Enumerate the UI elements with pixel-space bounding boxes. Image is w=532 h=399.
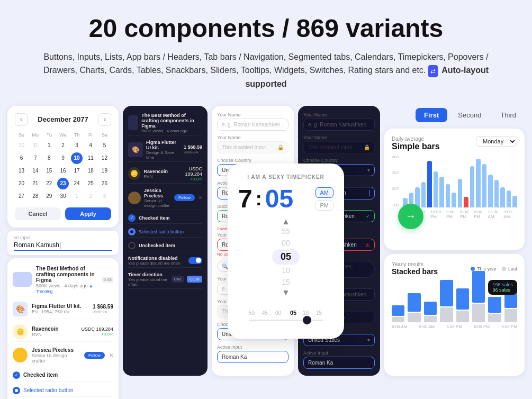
- cal-day[interactable]: 13: [16, 165, 28, 177]
- bar: [446, 184, 450, 207]
- form-input-name[interactable]: e. g. Roman Kamushken: [217, 119, 288, 131]
- list-item-avatar: 🪙: [13, 324, 28, 339]
- dark-close-icon[interactable]: ✕: [198, 195, 202, 201]
- cal-day[interactable]: 24: [71, 178, 83, 189]
- list-item-subtitle: 500K views · 4 days ago ▲ Trending: [36, 283, 97, 294]
- cal-day[interactable]: 27: [16, 191, 28, 202]
- chart-filter-select[interactable]: Monday: [476, 136, 517, 147]
- dark-list-item: Notifications disabled Yes please distur…: [128, 254, 202, 268]
- cal-day[interactable]: 1: [71, 191, 83, 202]
- cal-day[interactable]: 2: [85, 191, 96, 202]
- dark-item-content: Figma Flutter UI kit. Design & Save time: [146, 140, 181, 160]
- svg-text:45: 45: [262, 310, 268, 316]
- cal-day-today[interactable]: 10: [71, 152, 83, 164]
- x-label: 3:00 AM: [503, 210, 517, 219]
- dark-form-input-disabled: This disabled input 🔒: [303, 141, 375, 153]
- timepicker-minute[interactable]: 05: [265, 186, 293, 212]
- cal-day[interactable]: 2: [57, 140, 69, 151]
- cal-day[interactable]: 17: [71, 165, 83, 177]
- cal-day[interactable]: 7: [30, 152, 41, 164]
- dark-radio-label: Selected radio button: [139, 229, 184, 234]
- tab-first[interactable]: First: [416, 108, 447, 122]
- dark-form-input-active2[interactable]: Roman Ka: [303, 357, 375, 369]
- radio-icon-selected[interactable]: [13, 387, 20, 394]
- cal-day[interactable]: 26: [98, 178, 110, 189]
- timepicker-digits: 7 : 05: [238, 186, 311, 212]
- dark-follow-button[interactable]: Follow: [174, 194, 195, 201]
- dark-cursor-icon: [369, 190, 370, 196]
- list-panel: The Best Method of crafting components i…: [7, 258, 119, 399]
- cal-day[interactable]: 30: [16, 140, 28, 151]
- cal-day-selected[interactable]: 23: [57, 178, 69, 189]
- tab-second[interactable]: Second: [449, 108, 490, 122]
- scroll-up-button[interactable]: ▲: [282, 217, 290, 226]
- cal-day[interactable]: 29: [43, 191, 55, 202]
- chart-legend: This year Last: [471, 266, 517, 271]
- calendar-apply-button[interactable]: Apply: [65, 207, 111, 220]
- cal-day[interactable]: 25: [85, 178, 96, 189]
- dark-radio-icon[interactable]: [128, 242, 136, 249]
- cal-day[interactable]: 15: [43, 165, 55, 177]
- scroll-numbers: 55 00 05 10 15: [272, 226, 300, 288]
- green-next-button[interactable]: →: [398, 204, 423, 229]
- calendar-day-headers: Su Mo Tu We Th Fr Sa: [15, 131, 111, 139]
- cal-day[interactable]: 14: [30, 165, 41, 177]
- cal-day[interactable]: 28: [30, 191, 41, 202]
- cal-day[interactable]: 6: [16, 152, 28, 164]
- dark-radio-icon-selected[interactable]: [128, 228, 136, 235]
- list-item-stock: USDC 189.284 +0.0%: [81, 327, 113, 337]
- cal-day[interactable]: 30: [57, 191, 69, 202]
- simple-bars-chart-card: Daily average Simple bars Monday 400 300…: [384, 129, 525, 250]
- cal-day[interactable]: 1: [43, 140, 55, 151]
- close-icon[interactable]: ✕: [109, 352, 113, 358]
- checkbox-icon: ✓: [13, 371, 20, 379]
- calendar-week-1: 30 31 1 2 3 4 5: [15, 140, 111, 151]
- bar: [476, 159, 481, 207]
- cal-day[interactable]: 3: [71, 140, 83, 151]
- pm-button[interactable]: PM: [315, 200, 334, 211]
- timepicker-hour[interactable]: 7: [238, 186, 253, 212]
- form-input-disabled-text: This disabled input: [222, 144, 277, 150]
- cal-day[interactable]: 12: [98, 152, 110, 164]
- cal-day[interactable]: 16: [57, 165, 69, 177]
- y-label: 300: [392, 170, 399, 175]
- cal-day[interactable]: 4: [85, 140, 96, 151]
- form-input-active2[interactable]: Roman Ka: [217, 351, 288, 363]
- cal-day[interactable]: 19: [98, 165, 110, 177]
- active-input-value[interactable]: Roman Kamush|: [14, 241, 112, 251]
- calendar-next-button[interactable]: ›: [98, 113, 111, 126]
- dark-avatar: [128, 115, 138, 130]
- dark-timer-ccw-button[interactable]: CCW: [187, 276, 202, 283]
- cal-day[interactable]: 11: [85, 152, 96, 164]
- dark-list-item: Selected radio button: [128, 226, 202, 238]
- cal-day[interactable]: 20: [16, 178, 28, 189]
- cal-day[interactable]: 5: [98, 140, 110, 151]
- list-item: The Best Method of crafting components i…: [13, 264, 113, 296]
- form-field-name2: Your Name This disabled input 🔒: [217, 135, 288, 153]
- cal-day[interactable]: 21: [30, 178, 41, 189]
- list-item-time: 0:48: [102, 277, 113, 283]
- scroll-down-button[interactable]: ▼: [282, 288, 290, 297]
- cal-day[interactable]: 18: [85, 165, 96, 177]
- calendar-cancel-button[interactable]: Cancel: [15, 207, 61, 220]
- tab-third[interactable]: Third: [492, 108, 525, 122]
- dark-timer-cw-button[interactable]: CW: [172, 276, 184, 283]
- cal-day[interactable]: 8: [43, 152, 55, 164]
- stacked-header: Yearly results Stacked bars This year La…: [392, 261, 517, 276]
- svg-text:00: 00: [275, 310, 282, 316]
- list-item-price: 1 $68.59 -$68.24: [93, 304, 113, 314]
- dark-form-input[interactable]: e. g. Roman Kamushken: [303, 119, 375, 131]
- dark-list-item: Jessica Pixeless Senior UI design crafte…: [128, 186, 202, 210]
- form-label: Your Name: [217, 135, 288, 140]
- cal-day[interactable]: 3: [98, 191, 110, 202]
- dark-form-field: Your Name This disabled input 🔒: [303, 135, 375, 153]
- cal-day[interactable]: 31: [30, 140, 41, 151]
- cal-day[interactable]: 22: [43, 178, 55, 189]
- am-button[interactable]: AM: [315, 187, 334, 198]
- calendar-prev-button[interactable]: ‹: [15, 113, 28, 126]
- stacked-bar-gray: [424, 316, 437, 322]
- cal-day[interactable]: 9: [57, 152, 69, 164]
- follow-button[interactable]: Follow: [84, 352, 105, 359]
- dark-toggle-notifications[interactable]: [188, 257, 202, 264]
- stacked-bar-gray: [504, 309, 517, 322]
